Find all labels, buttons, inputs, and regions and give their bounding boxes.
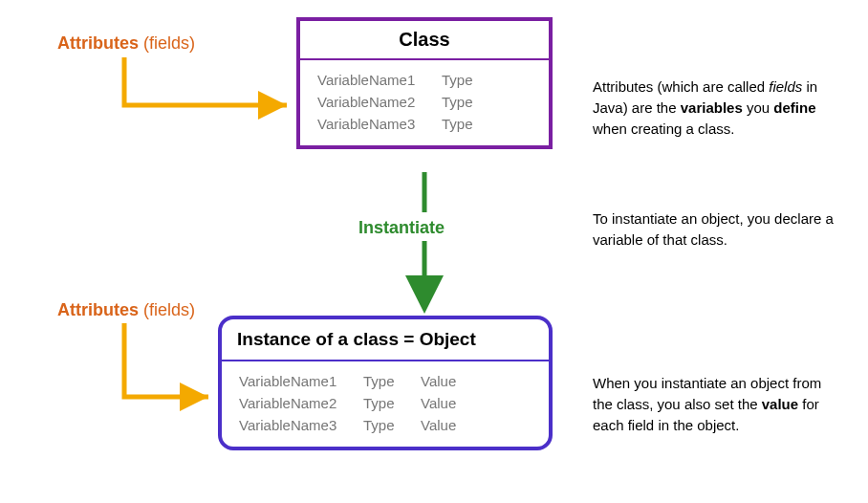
- attributes-text: Attributes: [57, 33, 143, 53]
- object-title-eq: =: [399, 329, 420, 349]
- var-type: Type: [442, 116, 499, 132]
- fields-text: (fields): [143, 300, 195, 319]
- var-value: Value: [421, 417, 478, 433]
- expl-text: variables: [681, 99, 743, 116]
- var-name: VariableName3: [239, 417, 363, 433]
- table-row: VariableName2 Type: [317, 94, 532, 110]
- var-type: Type: [442, 72, 499, 88]
- var-type: Type: [363, 417, 421, 433]
- object-body: VariableName1 Type Value VariableName2 T…: [222, 361, 549, 447]
- instantiate-label: Instantiate: [358, 218, 445, 238]
- table-row: VariableName3 Type Value: [239, 417, 532, 433]
- var-type: Type: [363, 373, 421, 389]
- var-name: VariableName3: [317, 116, 442, 132]
- table-row: VariableName3 Type: [317, 116, 532, 132]
- explanation-instantiate: To instantiate an object, you declare a …: [593, 208, 841, 251]
- object-title-a: Instance of a class: [237, 329, 399, 349]
- attributes-label-top: Attributes (fields): [57, 33, 195, 54]
- table-row: VariableName2 Type Value: [239, 395, 532, 411]
- var-value: Value: [421, 395, 478, 411]
- class-title: Class: [300, 21, 549, 60]
- expl-text: Attributes (which are called: [593, 78, 769, 95]
- expl-text: fields: [769, 78, 802, 95]
- class-box: Class VariableName1 Type VariableName2 T…: [296, 17, 553, 149]
- object-title-b: Object: [420, 329, 476, 349]
- expl-text: you: [743, 99, 774, 116]
- fields-text: (fields): [143, 33, 195, 53]
- table-row: VariableName1 Type Value: [239, 373, 532, 389]
- var-name: VariableName2: [317, 94, 442, 110]
- expl-text: define: [773, 99, 815, 116]
- object-title: Instance of a class = Object: [222, 319, 549, 361]
- explanation-attributes: Attributes (which are called fields in J…: [593, 77, 841, 139]
- var-value: Value: [421, 373, 478, 389]
- var-name: VariableName1: [239, 373, 363, 389]
- var-type: Type: [442, 94, 499, 110]
- var-type: Type: [363, 395, 421, 411]
- table-row: VariableName1 Type: [317, 72, 532, 88]
- class-body: VariableName1 Type VariableName2 Type Va…: [300, 60, 549, 145]
- var-name: VariableName2: [239, 395, 363, 411]
- arrow-icon: [124, 57, 287, 105]
- expl-text: value: [762, 396, 798, 412]
- attributes-text: Attributes: [57, 300, 143, 319]
- arrow-icon: [124, 323, 208, 397]
- explanation-object: When you instantiate an object from the …: [593, 373, 841, 435]
- var-name: VariableName1: [317, 72, 442, 88]
- expl-text: when creating a class.: [593, 120, 734, 137]
- object-box: Instance of a class = Object VariableNam…: [218, 316, 553, 450]
- attributes-label-bottom: Attributes (fields): [57, 300, 195, 320]
